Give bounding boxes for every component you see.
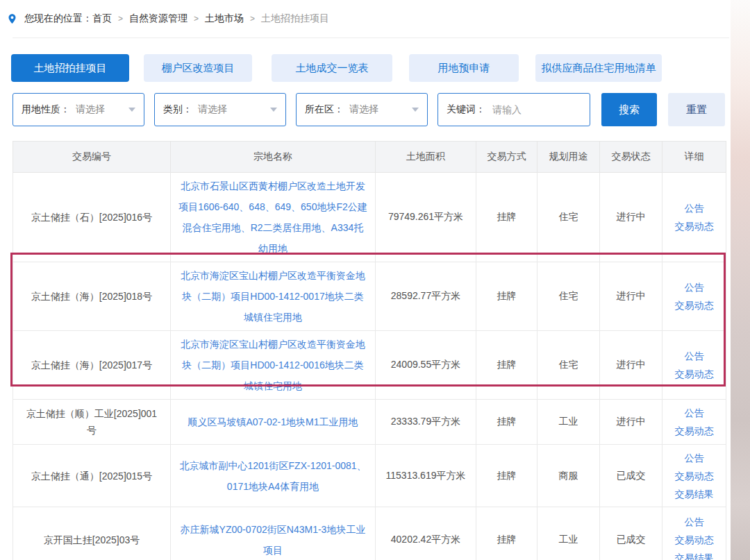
parcel-name-link[interactable]: 顺义区马坡镇A07-02-1地块M1工业用地 (178, 411, 368, 432)
transaction-updates-link[interactable]: 交易动态 (669, 296, 719, 314)
parcel-name-link[interactable]: 亦庄新城YZ00-0702街区N43M1-3地块工业项目 (178, 519, 368, 560)
cell-planned-usage: 住宅 (538, 262, 600, 331)
transaction-updates-link[interactable]: 交易动态 (669, 422, 719, 440)
parcel-name-link[interactable]: 北京市海淀区宝山村棚户区改造平衡资金地块（二期）项目HD00-1412-0017… (178, 265, 368, 328)
search-button[interactable]: 搜索 (601, 93, 657, 126)
cell-land-area: 28592.77平方米 (376, 262, 476, 331)
header-planned-usage: 规划用途 (538, 142, 600, 173)
filter-selected-value: 请选择 (76, 103, 124, 116)
parcel-name-link[interactable]: 北京市石景山区西黄村棚户区改造土地开发项目1606-640、648、649、65… (178, 176, 368, 259)
header-detail: 详细 (662, 142, 726, 173)
tab-bar: 土地招拍挂项目 棚户区改造项目 土地成交一览表 用地预申请 拟供应商品住宅用地清… (11, 54, 662, 82)
cell-transaction-code: 京土储挂（海）[2025]018号 (13, 262, 171, 331)
cell-transaction-method: 挂牌 (476, 445, 538, 507)
chevron-down-icon (270, 108, 277, 112)
cell-planned-usage: 商服 (538, 445, 600, 507)
breadcrumb: 您现在的位置： 首页 > 自然资源管理 > 土地市场 > 土地招拍挂项目 (7, 12, 329, 25)
reset-button[interactable]: 重置 (668, 93, 725, 126)
cell-planned-usage: 住宅 (538, 331, 600, 400)
announcement-link[interactable]: 公告 (669, 278, 719, 296)
land-market-page: 您现在的位置： 首页 > 自然资源管理 > 土地市场 > 土地招拍挂项目 土地招… (0, 0, 750, 560)
announcement-link[interactable]: 公告 (669, 513, 719, 531)
breadcrumb-prefix: 您现在的位置： (24, 12, 92, 25)
transaction-updates-link[interactable]: 交易动态 (669, 467, 719, 485)
tab-planned-residential-land-supply[interactable]: 拟供应商品住宅用地清单 (535, 54, 662, 82)
cell-land-area: 23333.79平方米 (376, 400, 476, 445)
chevron-down-icon (128, 108, 135, 112)
breadcrumb-item-home[interactable]: 首页 (92, 12, 112, 25)
keyword-input[interactable] (492, 104, 569, 115)
land-listings-table: 交易编号 宗地名称 土地面积 交易方式 规划用途 交易状态 详细 京土储挂（石）… (12, 141, 726, 560)
filter-district-select[interactable]: 所在区： 请选择 (296, 93, 428, 126)
table-row: 京开国土挂[2025]03号 亦庄新城YZ00-0702街区N43M1-3地块工… (13, 507, 726, 560)
transaction-result-link[interactable]: 交易结果 (669, 485, 719, 503)
filter-label: 所在区： (305, 103, 344, 116)
background-strip (731, 0, 750, 560)
cell-transaction-code: 京开国土挂[2025]03号 (13, 507, 171, 560)
table-row: 京土储挂（石）[2025]016号 北京市石景山区西黄村棚户区改造土地开发项目1… (13, 173, 726, 262)
cell-land-area: 24009.55平方米 (376, 331, 476, 400)
cell-transaction-code: 京土储挂（顺）工业[2025]001号 (13, 400, 171, 445)
cell-planned-usage: 工业 (538, 507, 600, 560)
cell-land-area: 115313.619平方米 (376, 445, 476, 507)
cell-transaction-status: 进行中 (600, 331, 662, 400)
filter-label: 用地性质： (22, 103, 70, 116)
filter-selected-value: 请选择 (198, 103, 266, 116)
cell-transaction-status: 已成交 (600, 507, 662, 560)
announcement-link[interactable]: 公告 (669, 449, 719, 467)
cell-transaction-method: 挂牌 (476, 400, 538, 445)
header-transaction-code: 交易编号 (13, 142, 171, 173)
cell-transaction-code: 京土储挂（石）[2025]016号 (13, 173, 171, 262)
transaction-updates-link[interactable]: 交易动态 (669, 217, 719, 235)
tab-land-listing-projects[interactable]: 土地招拍挂项目 (11, 54, 129, 82)
table-row-highlighted: 京土储挂（海）[2025]018号 北京市海淀区宝山村棚户区改造平衡资金地块（二… (13, 262, 726, 331)
transaction-updates-link[interactable]: 交易动态 (669, 365, 719, 383)
table-row: 京土储挂（顺）工业[2025]001号 顺义区马坡镇A07-02-1地块M1工业… (13, 400, 726, 445)
tab-shantytown-renovation-projects[interactable]: 棚户区改造项目 (144, 54, 252, 82)
filter-land-nature-select[interactable]: 用地性质： 请选择 (12, 93, 144, 126)
filter-label: 关键词： (447, 103, 485, 116)
announcement-link[interactable]: 公告 (669, 404, 719, 422)
cell-transaction-code: 京土储挂（通）[2025]015号 (13, 445, 171, 507)
cell-planned-usage: 工业 (538, 400, 600, 445)
table-row-highlighted: 京土储挂（海）[2025]017号 北京市海淀区宝山村棚户区改造平衡资金地块（二… (13, 331, 726, 400)
tab-land-pre-application[interactable]: 用地预申请 (409, 54, 519, 82)
filter-label: 类别： (163, 103, 192, 116)
cell-transaction-method: 挂牌 (476, 173, 538, 262)
breadcrumb-separator: > (118, 14, 123, 24)
header-transaction-method: 交易方式 (476, 142, 538, 173)
breadcrumb-separator: > (250, 14, 255, 24)
table-row: 京土储挂（通）[2025]015号 北京城市副中心1201街区FZX-1201-… (13, 445, 726, 507)
cell-transaction-status: 进行中 (600, 400, 662, 445)
cell-land-area: 40202.42平方米 (376, 507, 476, 560)
filter-bar: 用地性质： 请选择 类别： 请选择 所在区： 请选择 关键词： 搜索 重置 (12, 93, 725, 126)
location-pin-icon (7, 12, 17, 25)
parcel-name-link[interactable]: 北京城市副中心1201街区FZX-1201-0081、0171地块A4体育用地 (178, 455, 368, 497)
transaction-result-link[interactable]: 交易结果 (669, 549, 719, 560)
header-parcel-name: 宗地名称 (171, 142, 376, 173)
cell-transaction-status: 进行中 (600, 262, 662, 331)
announcement-link[interactable]: 公告 (669, 199, 719, 217)
transaction-updates-link[interactable]: 交易动态 (669, 531, 719, 549)
cell-land-area: 79749.261平方米 (376, 173, 476, 262)
filter-category-select[interactable]: 类别： 请选择 (154, 93, 286, 126)
cell-transaction-method: 挂牌 (476, 507, 538, 560)
breadcrumb-item-land-market[interactable]: 土地市场 (205, 12, 244, 25)
breadcrumb-separator: > (194, 14, 199, 24)
header-transaction-status: 交易状态 (600, 142, 662, 173)
cell-transaction-status: 进行中 (600, 173, 662, 262)
tab-land-transactions-list[interactable]: 土地成交一览表 (272, 54, 392, 82)
cell-transaction-method: 挂牌 (476, 331, 538, 400)
cell-transaction-code: 京土储挂（海）[2025]017号 (13, 331, 171, 400)
parcel-name-link[interactable]: 北京市海淀区宝山村棚户区改造平衡资金地块（二期）项目HD00-1412-0016… (178, 334, 368, 396)
cell-transaction-status: 已成交 (600, 445, 662, 507)
chevron-down-icon (412, 108, 419, 112)
filter-keyword-field: 关键词： (438, 93, 590, 126)
cell-transaction-method: 挂牌 (476, 262, 538, 331)
breadcrumb-item-current: 土地招拍挂项目 (261, 12, 329, 25)
breadcrumb-divider (12, 37, 729, 38)
announcement-link[interactable]: 公告 (669, 347, 719, 365)
breadcrumb-item-natural-resources[interactable]: 自然资源管理 (129, 12, 188, 25)
cell-planned-usage: 住宅 (538, 173, 600, 262)
header-land-area: 土地面积 (376, 142, 476, 173)
